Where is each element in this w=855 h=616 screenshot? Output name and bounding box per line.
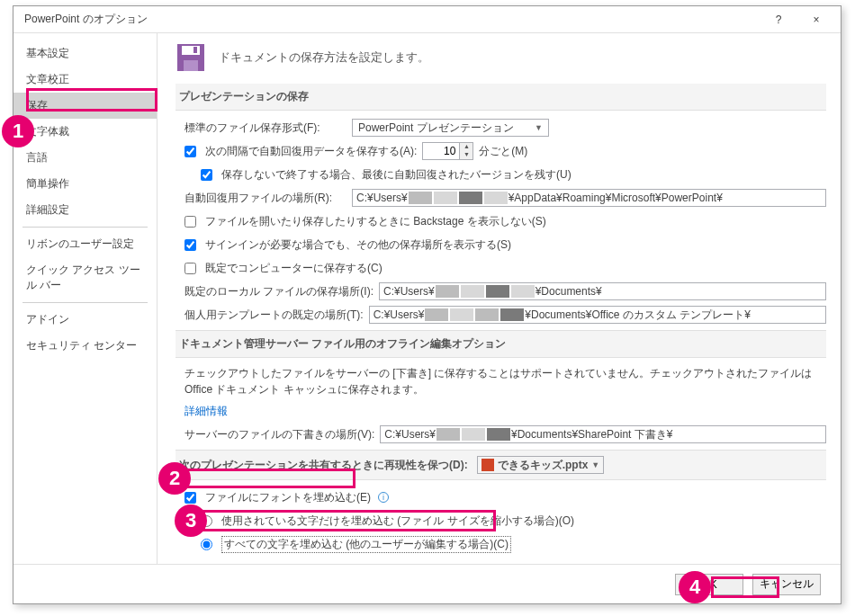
autosave-label: 次の間隔で自動回復用データを保存する(A):	[205, 144, 417, 159]
embed-fonts-checkbox[interactable]	[184, 492, 196, 504]
autorecover-path-label: 自動回復用ファイルの場所(R):	[184, 191, 346, 206]
sidebar-item-advanced[interactable]: 詳細設定	[14, 197, 157, 223]
embed-used-only-radio[interactable]	[201, 515, 212, 527]
embed-all-radio[interactable]	[201, 539, 212, 550]
keep-last-label: 保存しないで終了する場合、最後に自動回復されたバージョンを残す(U)	[221, 167, 572, 183]
embed-used-only-label: 使用されている文字だけを埋め込む (ファイル サイズを縮小する場合)(O)	[221, 513, 574, 529]
section-offline-editing: ドキュメント管理サーバー ファイル用のオフライン編集オプション	[176, 330, 826, 358]
sidebar-separator-2	[22, 302, 148, 303]
titlebar: PowerPoint のオプション ? ×	[14, 6, 841, 33]
chevron-down-icon: ▼	[535, 123, 543, 132]
save-disk-icon	[176, 42, 206, 73]
sidebar-item-trust[interactable]: セキュリティ センター	[14, 333, 157, 359]
category-sidebar: 基本設定 文章校正 保存 文字体裁 言語 簡単操作 詳細設定 リボンのユーザー設…	[14, 33, 158, 564]
save-local-label: 既定でコンピューターに保存する(C)	[205, 261, 382, 276]
svg-rect-2	[184, 60, 198, 71]
templates-label: 個人用テンプレートの既定の場所(T):	[184, 308, 364, 323]
dialog-title: PowerPoint のオプション	[24, 12, 760, 27]
detail-link[interactable]: 詳細情報	[184, 404, 228, 419]
sidebar-item-typography[interactable]: 文字体裁	[14, 119, 157, 145]
save-local-checkbox[interactable]	[184, 263, 196, 274]
default-format-select[interactable]: PowerPoint プレゼンテーション ▼	[352, 119, 549, 137]
ok-button[interactable]: OK	[675, 574, 743, 595]
page-description: ドキュメントの保存方法を設定します。	[219, 49, 429, 66]
offline-desc: チェックアウトしたファイルをサーバーの [下書き] に保存することはサポートされ…	[184, 365, 826, 397]
no-backstage-checkbox[interactable]	[184, 216, 196, 228]
drafts-path-label: サーバーのファイルの下書きの場所(V):	[184, 427, 374, 442]
autosave-minutes-spinner[interactable]: ▲▼	[422, 142, 473, 160]
embed-all-label: すべての文字を埋め込む (他のユーザーが編集する場合)(C)	[221, 536, 511, 553]
options-dialog: PowerPoint のオプション ? × 基本設定 文章校正 保存 文字体裁 …	[13, 5, 842, 604]
chevron-down-icon: ▼	[591, 460, 599, 469]
section-share-fidelity: 次のプレゼンテーションを共有するときに再現性を保つ(D): できるキッズ.ppt…	[176, 450, 826, 480]
spin-down[interactable]: ▼	[460, 151, 472, 159]
cancel-button[interactable]: キャンセル	[752, 574, 821, 595]
info-icon[interactable]: i	[378, 492, 389, 503]
sidebar-item-proofing[interactable]: 文章校正	[14, 67, 157, 93]
sidebar-separator	[22, 227, 148, 228]
drafts-path-input[interactable]: C:¥Users¥ ¥Documents¥SharePoint 下書き¥	[380, 425, 826, 443]
autosave-minutes-suffix: 分ごと(M)	[479, 144, 527, 159]
help-button[interactable]: ?	[760, 7, 797, 32]
no-backstage-label: ファイルを開いたり保存したりするときに Backstage を表示しない(S)	[205, 214, 546, 229]
show-other-checkbox[interactable]	[184, 239, 196, 251]
default-local-input[interactable]: C:¥Users¥ ¥Documents¥	[379, 282, 826, 300]
powerpoint-file-icon	[482, 459, 494, 471]
sidebar-item-ribbon[interactable]: リボンのユーザー設定	[14, 231, 157, 257]
autorecover-path-input[interactable]: C:¥Users¥ ¥AppData¥Roaming¥Microsoft¥Pow…	[352, 189, 826, 207]
sidebar-item-save[interactable]: 保存	[14, 93, 157, 119]
default-format-label: 標準のファイル保存形式(F):	[184, 121, 346, 136]
sidebar-item-ease[interactable]: 簡単操作	[14, 171, 157, 197]
autosave-checkbox[interactable]	[184, 146, 196, 157]
sidebar-item-language[interactable]: 言語	[14, 145, 157, 171]
show-other-label: サインインが必要な場合でも、その他の保存場所を表示する(S)	[205, 237, 511, 253]
autosave-minutes-input[interactable]	[423, 143, 459, 159]
dialog-button-bar: OK キャンセル	[14, 564, 841, 603]
presentation-select[interactable]: できるキッズ.pptx ▼	[477, 456, 605, 474]
templates-input[interactable]: C:¥Users¥ ¥Documents¥Office のカスタム テンプレート…	[369, 306, 826, 324]
sidebar-item-qat[interactable]: クイック アクセス ツール バー	[14, 257, 157, 299]
embed-fonts-label: ファイルにフォントを埋め込む(E)	[205, 490, 371, 505]
svg-rect-3	[194, 47, 197, 53]
sidebar-item-addins[interactable]: アドイン	[14, 307, 157, 333]
section-save-presentation: プレゼンテーションの保存	[176, 84, 826, 111]
spin-up[interactable]: ▲	[460, 143, 472, 151]
default-local-label: 既定のローカル ファイルの保存場所(I):	[184, 284, 374, 299]
sidebar-item-general[interactable]: 基本設定	[14, 40, 157, 67]
keep-last-checkbox[interactable]	[201, 169, 212, 181]
content-panel: ドキュメントの保存方法を設定します。 プレゼンテーションの保存 標準のファイル保…	[158, 33, 841, 564]
close-button[interactable]: ×	[797, 7, 835, 32]
